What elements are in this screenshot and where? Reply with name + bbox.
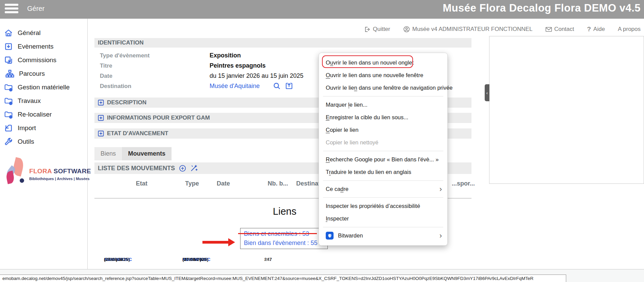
record-meta: Saisi par ADMINFONC (27/08/2025) Modifié… xyxy=(94,257,471,264)
menu-bookmark-link[interactable]: Marquer le lien... xyxy=(319,99,447,111)
quitter-button[interactable]: Quitter xyxy=(364,26,390,33)
menu-separator xyxy=(323,180,443,181)
search-icon[interactable] xyxy=(273,82,281,90)
sidebar-item-label: Travaux xyxy=(18,97,41,105)
submenu-chevron-icon: › xyxy=(440,185,442,194)
browser-status-url: emobam.decalog.net/demov45/jsp/search/se… xyxy=(0,275,566,282)
sidebar-item-label: Commissions xyxy=(18,56,56,64)
sidebar-item-general[interactable]: Général xyxy=(0,26,88,40)
sidebar-item-parcours[interactable]: Parcours xyxy=(0,67,88,81)
section-identification: IDENTIFICATION xyxy=(94,38,471,48)
column-header-date[interactable]: Date xyxy=(217,180,230,187)
wrench-icon xyxy=(4,137,13,146)
apropos-link[interactable]: A propos xyxy=(618,26,641,33)
open-record-icon[interactable] xyxy=(285,82,293,90)
sidebar-item-label: Import xyxy=(18,124,36,132)
menu-bitwarden[interactable]: Bitwarden › xyxy=(319,229,447,242)
menu-separator xyxy=(323,96,443,96)
sidebar-item-commissions[interactable]: Commissions xyxy=(0,53,88,67)
column-header-transporteur[interactable]: ...spor... xyxy=(452,180,475,187)
hamburger-menu-icon[interactable] xyxy=(5,4,18,15)
sidebar-item-relocaliser[interactable]: Re-localiser xyxy=(0,108,88,121)
logo-tagline: Bibliothèques | Archives | Musées xyxy=(29,177,91,181)
annotation-strikethrough xyxy=(238,233,317,234)
menu-translate-link-text[interactable]: Traduire le texte du lien en anglais xyxy=(319,166,447,178)
flora-software-logo: FLORA SOFTWARE Bibliothèques | Archives … xyxy=(3,157,85,195)
menu-inspect[interactable]: Inspecter xyxy=(319,212,447,225)
movements-list-title: LISTE DES MOUVEMENTS xyxy=(98,165,175,172)
home-icon xyxy=(4,29,13,37)
tab-biens[interactable]: Biens xyxy=(94,147,122,160)
contact-link[interactable]: Contact xyxy=(545,26,574,33)
panel-collapse-handle[interactable]: ‹ xyxy=(485,84,489,101)
column-header-type[interactable]: Type xyxy=(185,180,199,187)
expand-icon[interactable] xyxy=(98,115,104,121)
app-header: Gérer Musée Flora Decalog Flora DEMO v4.… xyxy=(0,0,644,19)
logo-brand-secondary: SOFTWARE xyxy=(52,168,91,175)
menu-google-search[interactable]: Recherche Google pour « Bien dans l'évè.… xyxy=(319,153,447,166)
column-header-nb-biens[interactable]: Nb. b... xyxy=(268,180,288,187)
tab-mouvements[interactable]: Mouvements xyxy=(122,147,172,160)
add-movement-icon[interactable] xyxy=(179,165,186,172)
utility-bar: Quitter Musée v4 ADMINISTRATEUR FONCTION… xyxy=(364,24,641,34)
user-account[interactable]: Musée v4 ADMINISTRATEUR FONCTIONNEL xyxy=(403,26,533,33)
manage-menu-label[interactable]: Gérer xyxy=(27,5,44,13)
field-value: Peintres espagnols xyxy=(210,62,266,69)
menu-save-link-as[interactable]: Enregistrer la cible du lien sous... xyxy=(319,111,447,124)
browser-context-menu: Ouvrir le lien dans un nouvel onglet Ouv… xyxy=(319,53,448,246)
field-label: Titre xyxy=(100,63,112,69)
menu-separator xyxy=(323,227,443,227)
copy-icon xyxy=(4,56,13,65)
link-bien-dans-evenement[interactable]: Bien dans l'évènement : 55 xyxy=(244,239,324,248)
menu-open-new-window[interactable]: Ouvrir le lien dans une nouvelle fenêtre xyxy=(319,69,447,82)
menu-this-frame[interactable]: Ce cadre› xyxy=(319,183,447,195)
filter-wand-icon[interactable] xyxy=(190,164,198,172)
sidebar-item-travaux[interactable]: Travaux xyxy=(0,94,88,108)
help-icon: ? xyxy=(587,25,591,33)
folder-globe-icon xyxy=(4,110,13,119)
tab-bar: Biens Mouvements xyxy=(94,147,172,160)
section-title: ETAT D'AVANCEMENT xyxy=(107,130,168,137)
folder-globe-icon xyxy=(4,96,13,105)
menu-separator xyxy=(323,151,443,151)
sidebar-item-evenements[interactable]: Evènements xyxy=(0,40,88,53)
field-value: du 15 janvier 2026 au 15 juin 2025 xyxy=(210,72,303,80)
mail-icon xyxy=(545,27,552,32)
bitwarden-icon xyxy=(326,232,334,240)
right-detail-panel xyxy=(489,36,644,184)
field-label: Type d'évènement xyxy=(100,52,149,59)
sidebar: Général Evènements Commissions Parcours … xyxy=(0,19,88,269)
menu-copy-link[interactable]: Copier le lien xyxy=(319,124,447,136)
folder-globe-icon xyxy=(4,83,13,92)
sidebar-item-gestion-materielle[interactable]: Gestion matérielle xyxy=(0,81,88,94)
sidebar-item-label: Parcours xyxy=(19,70,45,77)
sidebar-item-import[interactable]: Import xyxy=(0,121,88,135)
sidebar-item-label: Général xyxy=(18,29,41,37)
menu-open-new-tab[interactable]: Ouvrir le lien dans un nouvel onglet xyxy=(319,56,447,69)
section-title: IDENTIFICATION xyxy=(98,39,144,46)
liens-heading: Liens xyxy=(249,206,320,217)
menu-inspect-accessibility[interactable]: Inspecter les propriétés d’accessibilité xyxy=(319,200,447,212)
menu-copy-clean-link: Copier le lien nettoyé xyxy=(319,136,447,149)
menu-open-private-window[interactable]: Ouvrir le lien dans une fenêtre de navig… xyxy=(319,82,447,94)
uk-value: uk : 247 xyxy=(264,257,272,262)
liens-links-box: Biens et ensembles : 53 Bien dans l'évèn… xyxy=(240,228,328,249)
destination-link[interactable]: Musée d'Aquitaine xyxy=(210,83,260,90)
expand-icon[interactable] xyxy=(98,130,104,137)
annotation-arrow-head xyxy=(228,238,235,246)
aide-link[interactable]: ? Aide xyxy=(587,25,605,33)
column-header-etat[interactable]: Etat xyxy=(136,180,147,187)
logo-brand-primary: FLORA xyxy=(29,168,52,175)
sidebar-item-label: Evènements xyxy=(18,43,54,50)
expand-icon[interactable] xyxy=(98,100,104,106)
inbox-in-icon xyxy=(4,42,13,51)
import-icon xyxy=(4,124,13,133)
app-title: Musée Flora Decalog Flora DEMO v4.5 xyxy=(443,2,641,14)
field-value: Exposition xyxy=(210,52,241,59)
sidebar-item-outils[interactable]: Outils xyxy=(0,135,88,148)
field-label: Date xyxy=(100,73,112,80)
annotation-arrow xyxy=(202,241,229,244)
logout-icon xyxy=(364,26,371,33)
sidebar-item-label: Re-localiser xyxy=(18,111,52,118)
sidebar-item-label: Outils xyxy=(18,138,34,145)
